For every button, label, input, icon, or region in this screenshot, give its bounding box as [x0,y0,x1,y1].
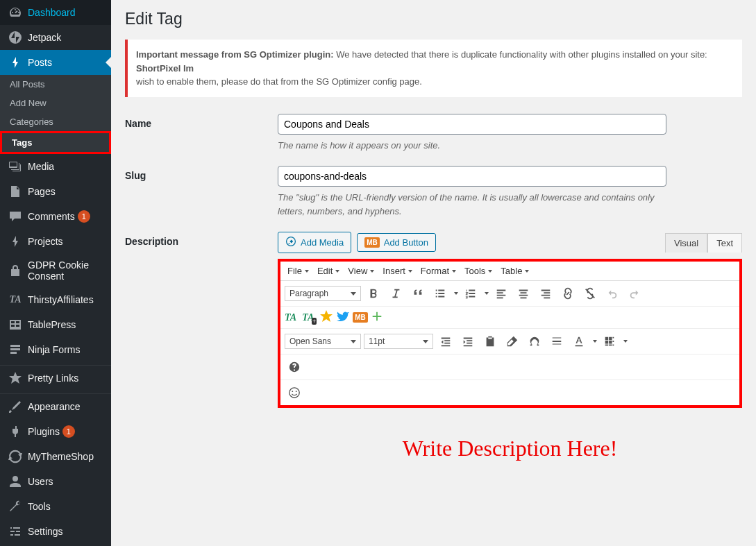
add-element-icon[interactable] [371,310,383,325]
admin-sidebar: DashboardJetpackPostsAll PostsAdd NewCat… [0,0,111,546]
sidebar-item-mythemeshop[interactable]: MyThemeShop [0,444,111,469]
sidebar-item-tools[interactable]: Tools [0,494,111,519]
unlink-button[interactable] [580,284,600,303]
label-name: Name [125,114,278,153]
menu-table[interactable]: Table [498,264,532,278]
clear-formatting-button[interactable] [503,332,522,351]
menu-edit[interactable]: Edit [314,264,342,278]
input-slug[interactable] [278,166,666,187]
mb-toolbar-icon[interactable]: MB [353,312,368,323]
blockquote-button[interactable] [408,284,428,303]
sidebar-item-projects[interactable]: Projects [0,229,111,254]
sidebar-item-label: Settings [28,526,63,537]
sidebar-item-label: Ninja Forms [28,344,80,355]
ta-quick-icon[interactable]: TA+ [302,312,314,323]
align-right-button[interactable] [536,284,555,303]
sidebar-subitem-add-new[interactable]: Add New [0,94,111,112]
sidebar-item-dashboard[interactable]: Dashboard [0,0,111,25]
editor-content-area[interactable]: Write Description Here! [278,408,742,519]
sidebar-item-media[interactable]: Media [0,154,111,179]
menu-file[interactable]: File [285,264,312,278]
sidebar-item-posts[interactable]: Posts [0,50,111,75]
sidebar-item-label: ThirstyAffiliates [28,294,94,305]
sidebar-item-label: TablePress [28,319,76,330]
sidebar-item-label: Dashboard [28,7,76,18]
sidebar-item-pretty-links[interactable]: Pretty Links [0,366,111,391]
sidebar-item-ninja-forms[interactable]: Ninja Forms [0,337,111,362]
form-icon [8,343,22,357]
menu-tools[interactable]: Tools [462,264,495,278]
sidebar-item-plugins[interactable]: Plugins1 [0,419,111,444]
bold-button[interactable] [364,284,383,303]
notice-continue: wish to enable them, please do that from… [136,76,422,87]
sidebar-item-appearance[interactable]: Appearance [0,394,111,419]
sidebar-subitem-tags[interactable]: Tags [0,131,111,154]
input-name[interactable] [278,114,666,135]
text-color-button[interactable] [569,332,589,351]
sidebar-item-thirstyaffiliates[interactable]: TAThirstyAffiliates [0,287,111,312]
redo-button[interactable] [625,284,644,303]
lock-icon [8,264,22,278]
ta-icon[interactable]: TA [285,312,296,323]
horizontal-rule-button[interactable] [547,332,566,351]
media-icon [285,236,296,249]
refresh-icon [8,450,22,463]
align-center-button[interactable] [514,284,533,303]
annotation-text: Write Description Here! [292,436,728,461]
emoji-button[interactable] [285,383,304,402]
rich-editor: FileEditViewInsertFormatToolsTable Parag… [278,259,742,408]
menu-insert[interactable]: Insert [380,264,415,278]
sidebar-item-tablepress[interactable]: TablePress [0,312,111,337]
bulleted-list-button[interactable] [430,284,450,303]
main-content: Edit Tag Important message from SG Optim… [111,0,756,546]
media-icon [8,160,22,173]
sidebar-item-label: Pages [28,186,56,197]
count-badge: 1 [62,425,75,438]
sidebar-item-label: Media [28,161,54,172]
italic-button[interactable] [386,284,405,303]
ta-icon: TA [8,293,22,307]
pin-icon [8,56,22,69]
font-family-select[interactable]: Open Sans [285,334,361,349]
star-icon[interactable] [319,309,333,325]
sidebar-item-jetpack[interactable]: Jetpack [0,25,111,50]
special-char-button[interactable] [525,332,544,351]
page-icon [8,185,22,198]
format-select[interactable]: Paragraph [285,286,361,301]
table-button[interactable] [600,332,619,351]
sidebar-item-label: Posts [28,57,52,68]
help-button[interactable] [285,357,304,377]
sidebar-item-settings[interactable]: Settings [0,519,111,544]
add-media-button[interactable]: Add Media [278,232,351,253]
undo-button[interactable] [603,284,622,303]
notice-body: We have detected that there is duplicate… [334,49,707,60]
outdent-button[interactable] [436,332,455,351]
sidebar-subitem-categories[interactable]: Categories [0,112,111,131]
tab-visual[interactable]: Visual [665,233,707,253]
sidebar-item-pages[interactable]: Pages [0,179,111,204]
tab-text[interactable]: Text [707,233,742,253]
mb-icon: MB [364,237,380,248]
toolbar-row-3: Open Sans 11pt [280,329,739,355]
font-size-select[interactable]: 11pt [364,334,433,349]
settings-icon [8,524,22,538]
sidebar-item-gdpr-cookie-consent[interactable]: GDPR Cookie Consent [0,254,111,287]
indent-button[interactable] [458,332,478,351]
help-name: The name is how it appears on your site. [278,139,666,153]
sidebar-item-label: Users [28,476,53,487]
menu-view[interactable]: View [345,264,377,278]
link-button[interactable] [558,284,578,303]
label-description: Description [125,232,278,519]
numbered-list-button[interactable] [461,284,480,303]
add-button-button[interactable]: MB Add Button [357,233,436,252]
menu-format[interactable]: Format [418,264,459,278]
sidebar-subitem-all-posts[interactable]: All Posts [0,75,111,94]
sidebar-item-users[interactable]: Users [0,469,111,494]
sidebar-item-comments[interactable]: Comments1 [0,204,111,229]
notice-plugin: ShortPixel Im [136,63,194,74]
twitter-icon[interactable] [336,309,350,325]
toolbar-row-4 [280,355,739,380]
align-left-button[interactable] [492,284,511,303]
editor-menu-bar: FileEditViewInsertFormatToolsTable [280,262,739,281]
paste-button[interactable] [480,332,500,351]
